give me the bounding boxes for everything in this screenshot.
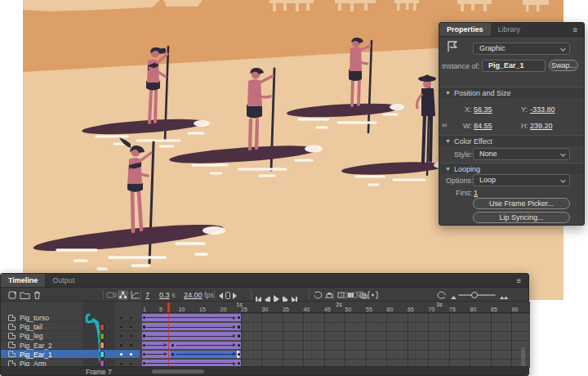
elapsed-time[interactable]: 0.3 s [159, 291, 176, 299]
playhead-line [168, 313, 169, 368]
ruler-number: 60 [385, 307, 395, 312]
new-folder-button[interactable] [20, 290, 30, 300]
swap-button[interactable]: Swap... [549, 60, 578, 71]
section-color-effect[interactable]: ▼Color Effect [439, 135, 584, 146]
y-value[interactable]: -333.80 [530, 105, 555, 114]
w-value[interactable]: 84.55 [474, 122, 492, 130]
panel-menu-icon[interactable]: ≡ [571, 26, 580, 34]
instance-name-field[interactable]: Pig_Ear_1 [482, 60, 546, 72]
chevron-down-icon [560, 177, 565, 182]
lock-dot[interactable] [130, 326, 132, 329]
visibility-dot[interactable] [120, 344, 122, 347]
ruler-number: 85 [489, 307, 499, 312]
layer-name: Pig_Ear_2 [20, 342, 52, 350]
ruler-number: 30 [261, 307, 270, 312]
use-frame-picker-button[interactable]: Use Frame Picker... [473, 198, 570, 209]
onion-skin-range-button[interactable] [357, 290, 368, 300]
panel-menu-icon[interactable]: ≡ [514, 277, 523, 284]
section-position-size[interactable]: ▼Position and Size [439, 87, 584, 98]
ruler-number: 90 [510, 307, 520, 312]
visibility-dot[interactable] [120, 353, 122, 356]
layer-name: Pig_tail [20, 323, 42, 331]
onion-skin-markers-button[interactable] [368, 290, 378, 300]
visibility-dot[interactable] [120, 326, 122, 329]
layer-color-swatch[interactable] [100, 333, 105, 340]
camera-button[interactable] [106, 290, 117, 300]
horizontal-scrollbar[interactable] [152, 369, 204, 374]
ruler-number: 65 [406, 307, 416, 312]
ruler-number: 5 [156, 307, 166, 312]
lock-dot[interactable] [130, 353, 132, 356]
loop-playback-button[interactable] [313, 290, 323, 300]
new-layer-button[interactable] [7, 290, 18, 300]
layer-row-pig-leg[interactable]: Pig_leg [1, 331, 140, 340]
chevron-down-icon [560, 46, 565, 51]
lip-syncing-button[interactable]: Lip Syncing... [473, 212, 570, 223]
tab-output[interactable]: Output [45, 274, 82, 287]
frame-row-pig-torso[interactable] [141, 313, 530, 322]
layer-row-pig-ear-1[interactable]: Pig_Ear_1 [1, 350, 140, 359]
lock-dot[interactable] [130, 344, 132, 347]
layer-color-swatch[interactable] [100, 351, 105, 358]
graphic-symbol-icon [447, 40, 460, 56]
options-label: Options: [446, 177, 474, 185]
h-value[interactable]: 239.20 [530, 122, 553, 130]
graph-editor-button[interactable] [130, 290, 140, 300]
visibility-dot[interactable] [120, 317, 122, 320]
first-value[interactable]: 1 [474, 189, 478, 197]
layer-color-swatch[interactable] [100, 324, 105, 331]
lock-dot[interactable] [130, 335, 132, 338]
center-frame-button[interactable] [225, 292, 230, 299]
step-back-button[interactable] [219, 293, 223, 299]
show-parenting-button[interactable] [118, 290, 128, 300]
vertical-scrollbar[interactable] [521, 347, 525, 368]
step-forward-button[interactable] [233, 293, 237, 299]
link-dimensions-icon[interactable]: ∞ [442, 121, 446, 129]
frame-row-pig-ear-2[interactable] [141, 341, 530, 350]
lock-dot[interactable] [130, 363, 132, 365]
style-dropdown[interactable]: None [473, 148, 570, 160]
layer-color-swatch[interactable] [100, 342, 105, 349]
ruler-number: 70 [427, 307, 437, 312]
lock-dot[interactable] [130, 317, 132, 320]
ruler-number: 10 [177, 307, 187, 312]
layer-name: Pig_Ear_1 [20, 351, 52, 359]
layer-name: Pig_torso [20, 314, 49, 322]
timeline-tabbar: Timeline Output ≡ [1, 274, 528, 288]
current-frame-counter[interactable]: 7 [145, 291, 149, 299]
delete-layer-button[interactable] [32, 290, 42, 300]
ruler-number: 75 [448, 307, 457, 312]
frames-area[interactable]: 1s 2s 3s 1 5 10 15 20 25 30 35 40 45 50 … [141, 302, 530, 368]
symbol-type-dropdown[interactable]: Graphic [473, 43, 570, 55]
section-looping[interactable]: ▼Looping [439, 163, 584, 174]
layer-row-pig-tail[interactable]: Pig_tail [1, 322, 140, 331]
ruler-number: 40 [302, 307, 312, 312]
h-label: H: [521, 122, 528, 130]
visibility-dot[interactable] [120, 335, 122, 338]
ruler-number: 1 [141, 307, 149, 312]
visibility-dot[interactable] [120, 363, 122, 365]
ruler-number: 35 [281, 307, 291, 312]
tab-properties[interactable]: Properties [439, 23, 491, 36]
instance-of-label: Instance of: [442, 62, 480, 70]
layer-page-icon [8, 351, 16, 357]
looping-options-dropdown[interactable]: Loop [473, 174, 570, 186]
tab-timeline[interactable]: Timeline [1, 274, 45, 287]
timeline-panel: Timeline Output ≡ 7 0.3 s 24.00 fps [0, 273, 529, 376]
x-value[interactable]: 56.35 [474, 105, 492, 114]
frame-row-pig-leg[interactable] [141, 331, 530, 340]
frame-ruler[interactable]: 1s 2s 3s 1 5 10 15 20 25 30 35 40 45 50 … [141, 302, 530, 313]
frame-row-pig-ear-1-selected[interactable] [141, 350, 530, 359]
frame-row-pig-tail[interactable] [141, 322, 530, 331]
tab-library[interactable]: Library [491, 23, 528, 36]
reset-timeline-zoom-button[interactable] [436, 290, 447, 300]
layer-row-pig-torso[interactable]: Pig_torso [1, 313, 140, 322]
layer-row-pig-ear-2[interactable]: Pig_Ear_2 [1, 341, 140, 350]
playhead-marker[interactable] [167, 302, 171, 313]
layer-page-icon [8, 333, 16, 339]
w-label: W: [463, 122, 472, 130]
layer-page-icon [8, 342, 16, 348]
frame-size-slider-knob[interactable] [471, 292, 478, 298]
frame-rate[interactable]: 24.00 fps [184, 291, 214, 299]
frame-size-slider[interactable] [458, 294, 496, 296]
